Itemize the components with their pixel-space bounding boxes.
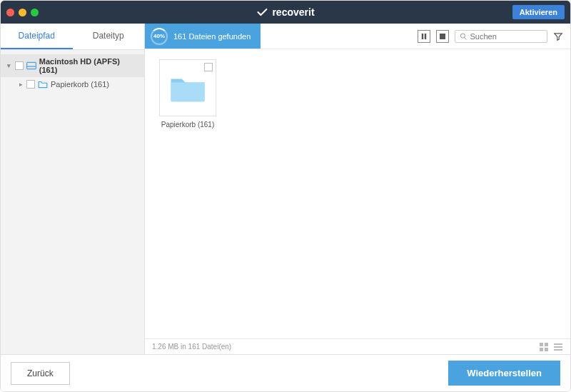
tree-item-root[interactable]: ▾ Macintosh HD (APFS) (161)	[1, 54, 144, 77]
svg-rect-4	[440, 34, 445, 39]
search-box[interactable]	[455, 30, 547, 43]
back-button[interactable]: Zurück	[11, 362, 70, 385]
activate-button[interactable]: Aktivieren	[512, 5, 565, 19]
svg-rect-12	[554, 346, 562, 348]
svg-rect-10	[545, 348, 548, 351]
list-icon	[554, 343, 562, 351]
tab-file-path[interactable]: Dateipfad	[1, 24, 73, 49]
svg-rect-2	[422, 34, 423, 39]
pause-button[interactable]	[418, 30, 430, 43]
tree-item-label: Macintosh HD (APFS) (161)	[39, 57, 138, 74]
folder-icon	[38, 80, 48, 89]
progress-percent: 40%	[153, 33, 165, 39]
search-input[interactable]	[470, 32, 543, 41]
svg-rect-0	[26, 62, 36, 69]
footer: Zurück Wiederherstellen	[1, 354, 570, 391]
grid-icon	[540, 343, 548, 351]
stop-icon	[440, 34, 445, 39]
filter-icon[interactable]	[553, 31, 563, 41]
disk-icon	[26, 61, 36, 70]
checkbox[interactable]	[26, 80, 35, 89]
caret-right-icon[interactable]: ▸	[18, 81, 24, 88]
brand-text: recoverit	[272, 6, 314, 18]
svg-line-6	[465, 37, 467, 39]
tab-file-type[interactable]: Dateityp	[73, 24, 145, 49]
content-grid: Papierkorb (161)	[145, 49, 570, 338]
view-toggles	[539, 342, 563, 352]
sidebar: Dateipfad Dateityp ▾ Macintosh HD (APFS)…	[1, 24, 145, 354]
app-window: recoverit Aktivieren Dateipfad Dateityp …	[0, 0, 571, 392]
scan-status: 40% 161 Dateien gefunden	[145, 24, 261, 49]
svg-rect-9	[540, 348, 543, 351]
brand-logo-icon	[256, 6, 268, 18]
grid-view-button[interactable]	[539, 342, 549, 352]
svg-rect-7	[540, 343, 543, 346]
main-panel: 40% 161 Dateien gefunden	[145, 24, 570, 354]
zoom-window-button[interactable]	[31, 9, 39, 16]
file-tree: ▾ Macintosh HD (APFS) (161) ▸ Papierkorb…	[1, 50, 144, 354]
minimize-window-button[interactable]	[19, 9, 26, 16]
folder-item-trash[interactable]: Papierkorb (161)	[155, 59, 221, 129]
window-controls	[6, 9, 39, 16]
close-window-button[interactable]	[6, 9, 14, 16]
caret-down-icon[interactable]: ▾	[6, 62, 12, 69]
checkbox[interactable]	[15, 61, 24, 70]
checkbox[interactable]	[204, 63, 213, 71]
search-icon	[460, 32, 468, 41]
tree-item-trash[interactable]: ▸ Papierkorb (161)	[1, 77, 144, 91]
svg-rect-3	[425, 34, 426, 39]
folder-thumbnail	[159, 59, 216, 116]
svg-rect-13	[554, 349, 562, 351]
statusbar: 1.26 MB in 161 Datei(en)	[145, 338, 570, 354]
status-summary: 1.26 MB in 161 Datei(en)	[152, 343, 231, 351]
svg-rect-11	[554, 343, 562, 345]
brand: recoverit	[256, 6, 314, 18]
svg-point-5	[460, 34, 465, 38]
stop-button[interactable]	[436, 30, 449, 43]
folder-icon	[168, 73, 207, 103]
progress-ring: 40%	[151, 28, 168, 45]
list-view-button[interactable]	[553, 342, 563, 352]
sidebar-tabs: Dateipfad Dateityp	[1, 24, 144, 50]
recover-button[interactable]: Wiederherstellen	[448, 361, 560, 386]
main-area: Dateipfad Dateityp ▾ Macintosh HD (APFS)…	[1, 24, 570, 354]
folder-label: Papierkorb (161)	[161, 121, 214, 129]
tree-item-label: Papierkorb (161)	[51, 80, 109, 89]
svg-rect-8	[545, 343, 548, 346]
pause-icon	[421, 34, 427, 39]
toolbar-right	[418, 30, 570, 43]
toolbar: 40% 161 Dateien gefunden	[145, 24, 570, 49]
titlebar: recoverit Aktivieren	[1, 1, 570, 24]
scan-status-text: 161 Dateien gefunden	[173, 32, 251, 41]
